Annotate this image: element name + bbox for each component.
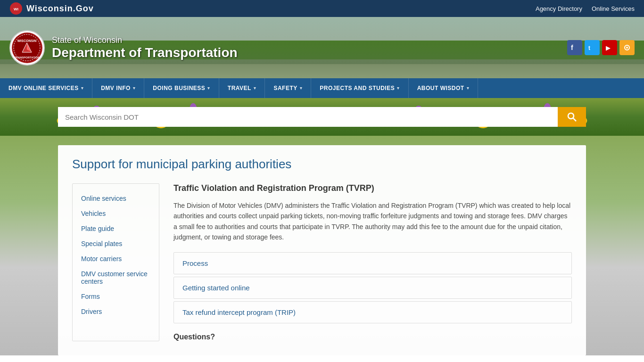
section-body: The Division of Motor Vehicles (DMV) adm… (173, 200, 572, 243)
nav-item-safety[interactable]: SAFETY ▾ (265, 78, 311, 98)
accordion-header-trip[interactable]: Tax refund intercept program (TRIP) (174, 302, 571, 323)
nav-arrow-dmv-info: ▾ (133, 86, 136, 90)
nav-label: DMV ONLINE SERVICES (8, 85, 79, 91)
facebook-icon[interactable]: f (567, 40, 582, 55)
content-wrapper: Support for municipal parking authoritie… (0, 136, 644, 355)
accordion-header-getting-started[interactable]: Getting started online (174, 277, 571, 298)
nav-arrow-dmv-online: ▾ (81, 86, 84, 90)
twitter-svg: t (588, 44, 596, 51)
sidebar-item-online-services[interactable]: Online services (73, 191, 159, 206)
nav-arrow-about: ▾ (467, 86, 470, 90)
search-input[interactable] (58, 107, 558, 127)
main-navigation: DMV ONLINE SERVICES ▾ DMV INFO ▾ DOING B… (0, 78, 644, 98)
agency-directory-link[interactable]: Agency Directory (536, 5, 582, 12)
nav-item-dmv-online-services[interactable]: DMV ONLINE SERVICES ▾ (0, 78, 92, 98)
questions-section: Questions? (173, 333, 572, 341)
svg-text:WISCONSIN: WISCONSIN (17, 39, 36, 42)
sidebar-item-forms[interactable]: Forms (73, 289, 159, 304)
nav-label: ABOUT WISDOT (417, 85, 464, 91)
nav-label: SAFETY (273, 85, 297, 91)
podcast-svg (623, 44, 631, 51)
search-button[interactable] (558, 107, 586, 127)
search-icon (567, 112, 577, 122)
svg-text:f: f (571, 44, 573, 51)
sidebar-item-vehicles[interactable]: Vehicles (73, 206, 159, 221)
twitter-icon[interactable]: t (585, 40, 600, 55)
svg-line-14 (573, 118, 576, 121)
svg-text:▶: ▶ (606, 45, 611, 51)
nav-item-dmv-info[interactable]: DMV INFO ▾ (92, 78, 144, 98)
top-bar: WI Wisconsin.Gov Agency Directory Online… (0, 0, 644, 17)
facebook-svg: f (571, 44, 578, 51)
svg-point-12 (626, 47, 628, 49)
nav-label: PROJECTS AND STUDIES (320, 85, 395, 91)
sidebar-item-plate-guide[interactable]: Plate guide (73, 221, 159, 236)
nav-arrow-doing-business: ▾ (207, 86, 210, 90)
social-icons-group: f t ▶ (567, 40, 635, 55)
accordion-item-getting-started: Getting started online (173, 277, 572, 299)
svg-text:WI: WI (14, 7, 18, 11)
youtube-svg: ▶ (606, 44, 613, 51)
nav-item-doing-business[interactable]: DOING BUSINESS ▾ (144, 78, 219, 98)
content-card: Support for municipal parking authoritie… (58, 145, 586, 355)
department-info: WISCONSIN TRANSPORTATION State of Wiscon… (9, 30, 238, 66)
svg-text:TRANSPORTATION: TRANSPORTATION (14, 56, 40, 59)
sidebar-item-motor-carriers[interactable]: Motor carriers (73, 251, 159, 266)
sidebar-item-drivers[interactable]: Drivers (73, 304, 159, 319)
top-nav-links: Agency Directory Online Services (536, 5, 635, 12)
main-content: Traffic Violation and Registration Progr… (173, 183, 572, 341)
nav-label: TRAVEL (228, 85, 251, 91)
questions-title: Questions? (173, 333, 572, 341)
nav-label: DMV INFO (101, 85, 131, 91)
department-text: State of Wisconsin Department of Transpo… (52, 35, 238, 60)
wisconsin-gov-icon: WI (9, 2, 23, 15)
wi-logo-area: WI Wisconsin.Gov (9, 2, 94, 15)
nav-item-travel[interactable]: TRAVEL ▾ (219, 78, 265, 98)
accordion-item-process: Process (173, 252, 572, 274)
sidebar-item-special-plates[interactable]: Special plates (73, 236, 159, 251)
nav-item-about-wisdot[interactable]: ABOUT WISDOT ▾ (409, 78, 479, 98)
page-title: Support for municipal parking authoritie… (72, 157, 572, 172)
svg-point-13 (568, 113, 574, 119)
svg-text:t: t (588, 45, 590, 51)
nav-item-projects-studies[interactable]: PROJECTS AND STUDIES ▾ (311, 78, 408, 98)
nav-arrow-travel: ▾ (254, 86, 256, 90)
content-layout: Online services Vehicles Plate guide Spe… (72, 183, 572, 341)
youtube-icon[interactable]: ▶ (602, 40, 617, 55)
nav-arrow-safety: ▾ (300, 86, 303, 90)
search-banner (0, 98, 644, 136)
state-name: State of Wisconsin (52, 35, 238, 45)
dept-name: Department of Transportation (52, 45, 238, 60)
sidebar: Online services Vehicles Plate guide Spe… (72, 183, 159, 341)
accordion-header-process[interactable]: Process (174, 253, 571, 274)
nav-label: DOING BUSINESS (153, 85, 205, 91)
wisconsin-gov-logo: Wisconsin.Gov (26, 4, 94, 14)
search-container (58, 107, 586, 127)
accordion-item-trip: Tax refund intercept program (TRIP) (173, 301, 572, 323)
nav-arrow-projects: ▾ (397, 86, 400, 90)
header-content: WISCONSIN TRANSPORTATION State of Wiscon… (0, 17, 644, 78)
online-services-link[interactable]: Online Services (592, 5, 635, 12)
dot-logo-svg: WISCONSIN TRANSPORTATION (12, 33, 42, 63)
section-title: Traffic Violation and Registration Progr… (173, 183, 572, 193)
sidebar-item-dmv-customer-service[interactable]: DMV customer service centers (73, 266, 159, 289)
podcast-icon[interactable] (619, 40, 635, 55)
header-banner: WISCONSIN TRANSPORTATION State of Wiscon… (0, 17, 644, 78)
dot-logo: WISCONSIN TRANSPORTATION (9, 30, 45, 66)
dot-logo-inner: WISCONSIN TRANSPORTATION (12, 33, 42, 63)
